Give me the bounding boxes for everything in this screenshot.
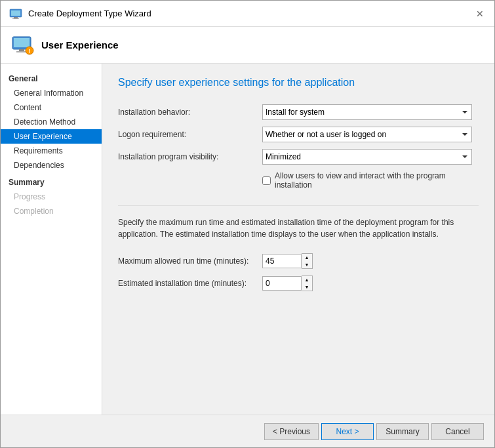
- logon-requirement-label: Logon requirement:: [118, 130, 262, 139]
- installation-visibility-control: Minimized Hidden Normal Maximized: [262, 149, 472, 165]
- svg-rect-1: [11, 10, 20, 16]
- sidebar-group-general: General: [1, 71, 102, 86]
- max-run-time-row: Maximum allowed run time (minutes): ▲ ▼: [118, 253, 479, 269]
- svg-rect-7: [16, 51, 27, 52]
- logon-requirement-row: Logon requirement: Whether or not a user…: [118, 127, 479, 142]
- estimated-time-input[interactable]: [262, 276, 302, 291]
- svg-rect-3: [12, 18, 19, 19]
- sidebar-item-content[interactable]: Content: [1, 100, 102, 115]
- description-text: Specify the maximum run time and estimat…: [118, 216, 479, 240]
- header-bar: ! User Experience: [1, 27, 494, 64]
- sidebar-item-general-information[interactable]: General Information: [1, 86, 102, 100]
- title-bar: Create Deployment Type Wizard ✕: [1, 1, 494, 27]
- max-run-time-down-button[interactable]: ▼: [302, 261, 312, 268]
- logon-requirement-select[interactable]: Whether or not a user is logged on Only …: [262, 127, 472, 142]
- installation-behavior-control: Install for system Install for user Inst…: [262, 104, 472, 120]
- estimated-time-up-button[interactable]: ▲: [302, 276, 312, 283]
- sidebar-group-summary: Summary: [1, 175, 102, 190]
- max-run-time-spinbox: ▲ ▼: [262, 253, 315, 269]
- footer: < Previous Next > Summary Cancel: [1, 415, 494, 447]
- max-run-time-up-button[interactable]: ▲: [302, 254, 312, 261]
- sidebar-item-completion: Completion: [1, 204, 102, 218]
- previous-button[interactable]: < Previous: [264, 423, 319, 440]
- estimated-time-spinbox: ▲ ▼: [262, 275, 315, 291]
- sidebar-item-progress: Progress: [1, 190, 102, 204]
- installation-visibility-select[interactable]: Minimized Hidden Normal Maximized: [262, 149, 472, 165]
- divider: [118, 205, 479, 206]
- content-area: General General Information Content Dete…: [1, 64, 494, 415]
- close-button[interactable]: ✕: [473, 7, 486, 20]
- summary-button[interactable]: Summary: [376, 423, 429, 440]
- wizard-icon: [9, 7, 23, 21]
- sidebar: General General Information Content Dete…: [1, 64, 102, 415]
- wizard-window: Create Deployment Type Wizard ✕ ! User E…: [0, 0, 495, 448]
- max-run-time-label: Maximum allowed run time (minutes):: [118, 256, 262, 266]
- svg-rect-6: [19, 49, 24, 51]
- allow-view-checkbox[interactable]: [262, 176, 271, 185]
- allow-view-label[interactable]: Allow users to view and interact with th…: [275, 171, 479, 190]
- logon-requirement-control: Whether or not a user is logged on Only …: [262, 127, 472, 142]
- installation-behavior-select[interactable]: Install for system Install for user Inst…: [262, 104, 472, 120]
- main-content: Specify user experience settings for the…: [102, 64, 494, 415]
- max-run-time-input[interactable]: [262, 254, 302, 268]
- svg-rect-5: [14, 38, 30, 47]
- window-title: Create Deployment Type Wizard: [28, 9, 151, 18]
- installation-visibility-row: Installation program visibility: Minimiz…: [118, 149, 479, 165]
- title-bar-left: Create Deployment Type Wizard: [9, 7, 151, 21]
- cancel-button[interactable]: Cancel: [431, 423, 484, 440]
- header-title: User Experience: [41, 39, 119, 51]
- allow-view-row: Allow users to view and interact with th…: [262, 171, 479, 190]
- estimated-time-down-button[interactable]: ▼: [302, 283, 312, 291]
- sidebar-item-requirements[interactable]: Requirements: [1, 144, 102, 158]
- installation-behavior-row: Installation behavior: Install for syste…: [118, 104, 479, 120]
- installation-visibility-label: Installation program visibility:: [118, 152, 262, 161]
- sidebar-item-dependencies[interactable]: Dependencies: [1, 158, 102, 173]
- next-button[interactable]: Next >: [321, 423, 374, 440]
- estimated-time-row: Estimated installation time (minutes): ▲…: [118, 275, 479, 291]
- main-heading: Specify user experience settings for the…: [118, 77, 479, 89]
- installation-behavior-label: Installation behavior:: [118, 108, 262, 117]
- svg-rect-2: [14, 17, 18, 18]
- estimated-time-spinbox-buttons: ▲ ▼: [302, 275, 313, 291]
- max-run-time-spinbox-buttons: ▲ ▼: [302, 253, 313, 269]
- header-icon: !: [11, 33, 35, 57]
- window-body: ! User Experience General General Inform…: [1, 27, 494, 447]
- sidebar-item-detection-method[interactable]: Detection Method: [1, 115, 102, 129]
- estimated-time-label: Estimated installation time (minutes):: [118, 279, 262, 288]
- svg-text:!: !: [29, 48, 31, 54]
- sidebar-item-user-experience[interactable]: User Experience: [1, 129, 102, 144]
